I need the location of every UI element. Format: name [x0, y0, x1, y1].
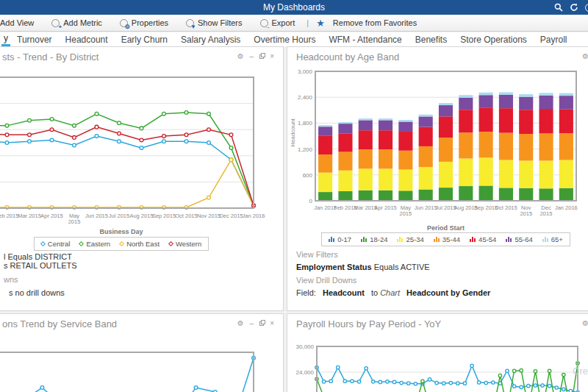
popout-icon[interactable] [259, 54, 264, 59]
svg-text:30,000: 30,000 [296, 343, 315, 350]
popout-icon[interactable] [259, 321, 264, 326]
legend-marker-icon [168, 241, 173, 246]
legend-entry[interactable]: 18-24 [361, 235, 387, 243]
legend-entry[interactable]: 45-54 [470, 235, 496, 243]
svg-text:Nov2015: Nov2015 [520, 204, 532, 217]
svg-text:Oct 2015: Oct 2015 [175, 213, 197, 219]
export-button[interactable]: → Export [260, 18, 295, 27]
gear-icon[interactable]: ⚙ [237, 320, 244, 327]
add-view-button[interactable]: + Add View [3, 18, 34, 27]
service-band-chart [0, 349, 284, 392]
chart-legend[interactable]: 0-1718-2425-3435-4445-5455-6465+ [321, 232, 570, 246]
gear-icon[interactable]: ⚙ [582, 53, 588, 60]
filter-line: l Equals DISTRICT [4, 252, 72, 261]
filter-line: s RETAIL OUTLETS [4, 261, 77, 270]
add-metric-button[interactable]: + Add Metric [51, 18, 102, 27]
tab-early-churn[interactable]: Early Churn [115, 32, 174, 46]
panel-title: Payroll Hours by Pay Period - YoY [296, 318, 441, 329]
panel-title: ons Trend by Service Band [2, 318, 117, 329]
watermark: Cre [573, 366, 588, 377]
panel-meta: View Filters Employment Status Equals AC… [296, 250, 490, 302]
legend-entry[interactable]: Western [169, 240, 201, 248]
filter-line: Employment Status Equals ACTIVE [296, 263, 490, 271]
legend-marker-icon [470, 237, 476, 242]
drill-text: s no drill downs [9, 288, 77, 297]
svg-text:Apr 2015: Apr 2015 [40, 213, 62, 219]
legend-marker-icon [542, 237, 548, 242]
svg-text:Apr 2015: Apr 2015 [374, 204, 396, 211]
svg-text:Jun 2015: Jun 2015 [85, 213, 108, 219]
legend-entry[interactable]: 65+ [542, 235, 563, 243]
legend-label: Central [48, 240, 71, 248]
legend-marker-icon [40, 241, 46, 246]
search-icon[interactable] [554, 3, 563, 12]
svg-text:Mar 2015: Mar 2015 [18, 213, 41, 219]
legend-entry[interactable]: 0-17 [329, 235, 351, 243]
gear-icon[interactable]: ⚙ [237, 53, 244, 60]
svg-text:Jul 2015: Jul 2015 [435, 204, 456, 211]
panel-controls: ⚙ – × [237, 320, 274, 327]
view-drill-downs-link[interactable]: wns [4, 275, 77, 284]
svg-text:Aug 2015: Aug 2015 [129, 213, 153, 219]
age-band-chart: 06001,2001,8002,4003,000Jan 2015Feb 2015… [287, 69, 588, 227]
show-filters-button[interactable]: ▼ Show Filters [186, 18, 243, 27]
svg-text:Dec2015: Dec2015 [540, 204, 553, 217]
minimize-icon[interactable]: – [250, 320, 254, 327]
tab-turnover[interactable]: Turnover [10, 32, 59, 46]
minimize-icon[interactable]: – [250, 53, 254, 60]
gear-icon[interactable]: ⚙ [582, 320, 588, 327]
app-title: My Dashboards [263, 2, 325, 13]
export-icon: → [260, 19, 268, 27]
panel-title: sts - Trend - By District [2, 51, 98, 63]
panel-headcount-age-band: Headcount by Age Band ⚙ – × Headcount 06… [287, 46, 588, 311]
svg-text:24,000: 24,000 [296, 369, 315, 376]
remove-favorites-button[interactable]: ★ Remove from Favorites [316, 18, 417, 29]
properties-button[interactable]: ⚙ Properties [120, 18, 168, 27]
dashboard-toolbar: + Add View + Add Metric ⚙ Properties ▼ S… [0, 15, 588, 32]
svg-text:Nov 2015: Nov 2015 [197, 213, 220, 219]
dashboard-tabs: y Turnover Headcount Early Churn Salary … [0, 32, 588, 46]
panel-trend-service-band: ons Trend by Service Band ⚙ – × [0, 313, 284, 392]
top-bar: My Dashboards [0, 0, 588, 15]
svg-text:Dec 2015: Dec 2015 [219, 213, 243, 219]
tab-payroll[interactable]: Payroll [534, 32, 574, 46]
view-filters-link[interactable]: View Filters [296, 250, 490, 259]
x-axis-title: Business Day [0, 228, 254, 235]
legend-label: Western [176, 240, 201, 248]
tab-salary-analysis[interactable]: Salary Analysis [174, 32, 247, 46]
view-drill-downs-link[interactable]: View Drill Downs [296, 276, 490, 285]
svg-text:May2015: May2015 [400, 204, 412, 217]
svg-text:1,800: 1,800 [298, 120, 313, 126]
refresh-icon[interactable] [570, 3, 578, 12]
svg-text:Feb 2015: Feb 2015 [0, 213, 18, 219]
chart-legend[interactable]: CentralEasternNorth EastWestern [34, 237, 209, 251]
tab-headcount[interactable]: Headcount [59, 32, 115, 46]
legend-entry[interactable]: North East [120, 240, 159, 248]
tab-overtime-hours[interactable]: Overtime Hours [247, 32, 322, 46]
legend-entry[interactable]: Central [41, 240, 71, 248]
close-icon[interactable]: × [270, 53, 274, 60]
svg-text:May2015: May2015 [68, 213, 81, 225]
close-icon[interactable]: × [270, 320, 274, 327]
tab-store-operations[interactable]: Store Operations [453, 32, 534, 46]
svg-text:Jan 2016: Jan 2016 [243, 213, 265, 219]
svg-text:Sep 2015: Sep 2015 [152, 213, 176, 219]
legend-label: 45-54 [478, 235, 496, 243]
legend-entry[interactable]: 25-34 [397, 235, 423, 243]
tab-wfm-attendance[interactable]: WFM - Attendance [322, 32, 408, 46]
svg-text:600: 600 [303, 172, 313, 179]
legend-entry[interactable]: Eastern [79, 240, 110, 248]
add-metric-icon: + [51, 19, 60, 27]
svg-text:Jan 2016: Jan 2016 [555, 204, 578, 211]
legend-marker-icon [506, 237, 512, 242]
panel-meta: l Equals DISTRICT s RETAIL OUTLETS wns s… [4, 252, 77, 297]
legend-marker-icon [119, 241, 124, 246]
legend-marker-icon [397, 237, 403, 242]
tab-active-cut[interactable]: y [1, 32, 10, 46]
menu-icon[interactable] [585, 4, 588, 12]
district-legend-wrap: CentralEasternNorth EastWestern [0, 237, 254, 251]
tab-benefits[interactable]: Benefits [409, 32, 453, 46]
legend-entry[interactable]: 55-64 [506, 235, 532, 243]
panel-title: Headcount by Age Band [296, 51, 399, 63]
legend-entry[interactable]: 35-44 [434, 235, 460, 243]
